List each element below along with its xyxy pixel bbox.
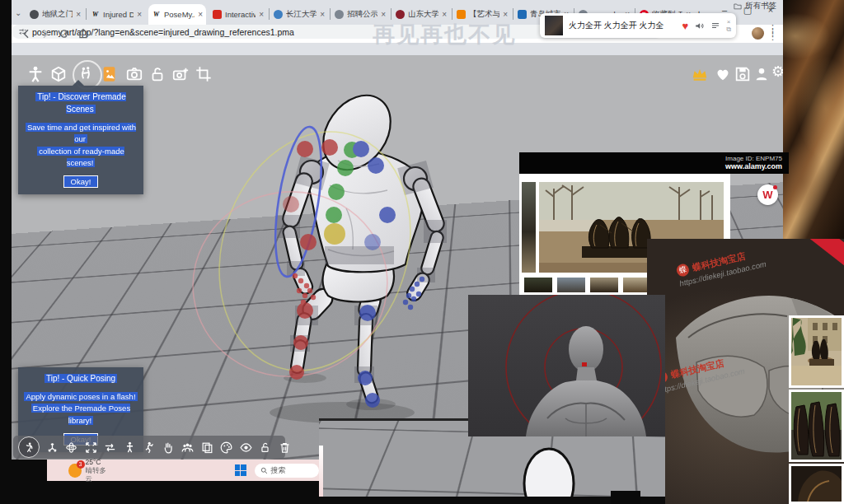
related-thumbnail[interactable] (557, 278, 585, 292)
tooltip-title: Tip! - Quick Posing (45, 374, 117, 383)
duplicate-tool-icon[interactable] (200, 441, 214, 455)
pose-tool-selected[interactable] (18, 436, 40, 458)
tab-separator (86, 8, 87, 20)
tab-title: 山东大学 (408, 9, 438, 20)
tab-posemy-active[interactable]: W PoseMy.Ar × (148, 4, 206, 25)
media-control-popup[interactable]: 火力全开 火力全开 火力全 ♥ × ⧉ (540, 13, 736, 38)
save-icon[interactable] (734, 65, 752, 83)
profile-avatar[interactable] (752, 27, 764, 40)
related-thumbnail[interactable] (590, 278, 618, 292)
sculpt-viewport-window[interactable] (468, 295, 665, 436)
black-panel (611, 491, 640, 504)
posemy-favicon: W (152, 10, 161, 19)
tab-injured[interactable]: W Injured Dr × (87, 4, 145, 25)
weather-widget[interactable]: 3 25°C 晴转多云 (68, 458, 111, 483)
screen-watermark: 再见再也不见 (373, 20, 516, 49)
tab-close-icon[interactable]: × (76, 10, 81, 19)
related-thumbnail[interactable] (524, 278, 552, 292)
pose-dancer-icon (23, 441, 35, 454)
tab-close-icon[interactable]: × (259, 10, 264, 19)
tab-close-icon[interactable]: × (320, 10, 325, 19)
all-bookmarks-label: 所有书签 (745, 1, 776, 12)
tab-separator (269, 8, 270, 20)
reload-icon[interactable] (58, 27, 71, 40)
tooltip-line: collection of ready-made scenes! (37, 147, 124, 167)
url-text: posemy.art/app/?lang=en&scene=injured_dr… (32, 27, 294, 37)
back-icon[interactable] (20, 27, 33, 40)
shop-logo-icon: 蝶 (676, 263, 691, 278)
tab-title: Injured Dr (103, 10, 134, 19)
screenshot-camera-icon[interactable] (125, 65, 143, 83)
account-icon[interactable] (753, 65, 771, 83)
forward-icon[interactable] (39, 27, 52, 40)
search-placeholder: 搜索 (271, 465, 286, 476)
playlist-icon[interactable] (710, 21, 720, 30)
tab-close-icon[interactable]: × (381, 10, 386, 19)
start-button[interactable] (235, 464, 246, 476)
tab-close-icon[interactable]: × (503, 10, 508, 19)
album-art (545, 16, 563, 35)
posemy-favicon: W (91, 10, 100, 19)
media-title: 火力全开 火力全开 火力全 (569, 20, 677, 31)
okay-button[interactable]: Okay! (63, 175, 99, 188)
lock-tool-icon[interactable] (258, 441, 272, 455)
model-standing-icon[interactable] (123, 441, 137, 455)
tab-close-icon[interactable]: × (442, 10, 447, 19)
w-logo-badge[interactable]: W (757, 184, 778, 205)
settings-gear-icon[interactable]: ⚙ (771, 63, 783, 81)
crop-icon[interactable] (195, 65, 213, 83)
favicon (213, 10, 222, 19)
popup-expand-icon[interactable]: ⧉ (726, 26, 731, 33)
three-shades-museum-photo[interactable] (789, 315, 844, 388)
tooltip-line: Save time and get inspired with our (26, 123, 136, 143)
alamy-header: Image ID: ENPM75 www.alamy.com (519, 152, 789, 174)
add-camera-icon[interactable] (171, 65, 190, 83)
all-bookmarks-button[interactable]: 所有书签 (734, 0, 776, 12)
thumbnail-sliver[interactable] (522, 182, 536, 273)
tab-title: Interactive (225, 10, 256, 19)
tab-close-icon[interactable]: × (137, 10, 142, 19)
browser-menu-icon[interactable]: ⋮⋮⋮ (768, 26, 773, 39)
weather-icon: 3 (68, 464, 82, 478)
tab-close-icon[interactable]: × (198, 10, 203, 19)
visibility-tool-icon[interactable] (239, 441, 253, 455)
tab-interactive[interactable]: Interactive × (209, 4, 267, 25)
taskbar-search[interactable]: 搜索 (255, 464, 319, 478)
notification-badge: 3 (77, 460, 85, 469)
delete-tool-icon[interactable] (278, 441, 292, 455)
favorites-heart-icon[interactable] (714, 65, 732, 83)
scale-tool-icon[interactable] (84, 441, 98, 455)
sculpt-bust (468, 295, 665, 436)
favicon (518, 10, 527, 19)
tab-title: 地狱之门雕 (42, 9, 73, 20)
group-tool-icon[interactable] (181, 441, 195, 455)
bronze-detail-photo[interactable] (789, 464, 844, 504)
popup-close-icon[interactable]: × (726, 19, 731, 26)
tab-separator (452, 8, 452, 20)
heart-icon[interactable]: ♥ (682, 20, 689, 32)
move-tool-icon[interactable] (45, 441, 59, 455)
tooltip-line: Explore the Premade Poses library! (31, 404, 130, 424)
rotate-tool-icon[interactable] (64, 441, 78, 455)
tab-gates-of-hell[interactable]: 地狱之门雕 × (26, 4, 84, 25)
mannequin-head-top[interactable] (517, 447, 583, 504)
search-icon (260, 467, 268, 474)
window-edge-sliver (319, 446, 323, 497)
tab-changjiang-univ[interactable]: 长江大学文 × (270, 4, 328, 25)
scenes-file-icon[interactable] (101, 65, 119, 83)
props-cube-icon[interactable] (49, 65, 68, 83)
bronze-sculpture-photo[interactable] (783, 0, 844, 240)
three-shades-closeup-photo[interactable] (789, 390, 844, 462)
model-dynamic-icon[interactable] (142, 441, 156, 455)
model-icon[interactable] (26, 65, 45, 83)
speaker-icon[interactable] (694, 21, 705, 31)
tab-search-chevron-icon[interactable]: ⌄ (15, 8, 21, 17)
home-icon[interactable] (77, 27, 90, 40)
flip-tool-icon[interactable] (103, 441, 117, 455)
hand-tool-icon[interactable] (162, 441, 176, 455)
premium-crown-icon[interactable] (691, 65, 709, 83)
tab-title: 招聘公示- (347, 9, 377, 20)
palette-tool-icon[interactable] (219, 441, 233, 455)
lock-open-icon[interactable] (148, 65, 166, 83)
globe-favicon (335, 10, 344, 19)
